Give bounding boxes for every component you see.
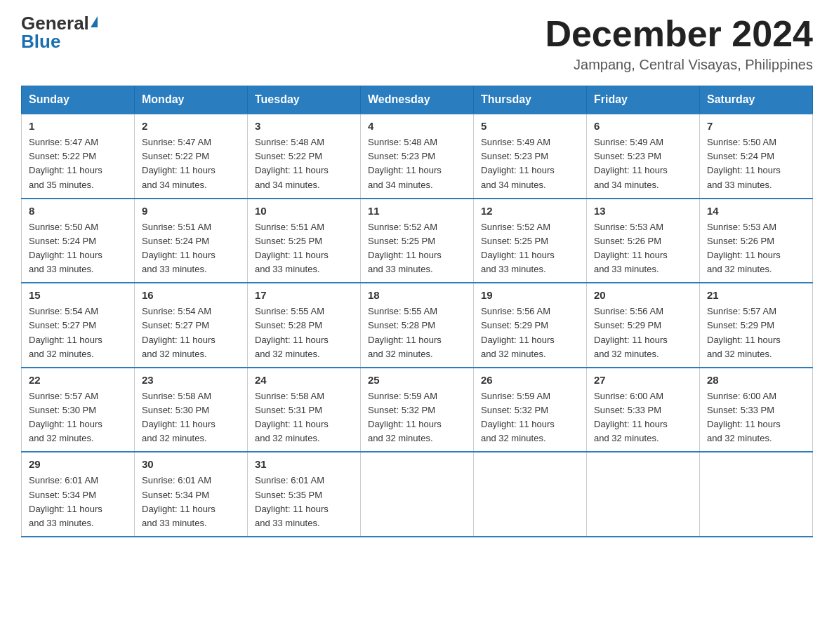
day-info: Sunrise: 5:59 AMSunset: 5:32 PMDaylight:… xyxy=(481,389,579,446)
day-info: Sunrise: 5:49 AMSunset: 5:23 PMDaylight:… xyxy=(481,135,579,192)
day-info: Sunrise: 6:01 AMSunset: 5:34 PMDaylight:… xyxy=(29,474,127,530)
day-info: Sunrise: 5:55 AMSunset: 5:28 PMDaylight:… xyxy=(368,304,466,361)
col-header-monday: Monday xyxy=(135,86,248,114)
col-header-friday: Friday xyxy=(587,86,700,114)
calendar-cell: 5 Sunrise: 5:49 AMSunset: 5:23 PMDayligh… xyxy=(474,114,587,199)
calendar-cell: 29 Sunrise: 6:01 AMSunset: 5:34 PMDaylig… xyxy=(22,452,135,537)
calendar-cell: 15 Sunrise: 5:54 AMSunset: 5:27 PMDaylig… xyxy=(22,283,135,368)
logo-blue-text: Blue xyxy=(21,32,60,51)
col-header-tuesday: Tuesday xyxy=(248,86,361,114)
day-number: 1 xyxy=(29,120,127,132)
calendar-cell: 6 Sunrise: 5:49 AMSunset: 5:23 PMDayligh… xyxy=(587,114,700,199)
day-number: 20 xyxy=(594,289,692,301)
day-number: 18 xyxy=(368,289,466,301)
day-info: Sunrise: 5:56 AMSunset: 5:29 PMDaylight:… xyxy=(594,304,692,361)
day-info: Sunrise: 5:52 AMSunset: 5:25 PMDaylight:… xyxy=(368,220,466,277)
calendar-cell: 17 Sunrise: 5:55 AMSunset: 5:28 PMDaylig… xyxy=(248,283,361,368)
day-number: 6 xyxy=(594,120,692,132)
day-number: 23 xyxy=(142,374,240,386)
week-row-4: 22 Sunrise: 5:57 AMSunset: 5:30 PMDaylig… xyxy=(22,368,813,452)
page-header: General Blue December 2024 Jampang, Cent… xyxy=(21,14,813,73)
day-number: 14 xyxy=(707,205,805,217)
day-info: Sunrise: 5:48 AMSunset: 5:22 PMDaylight:… xyxy=(255,135,353,192)
calendar-cell: 8 Sunrise: 5:50 AMSunset: 5:24 PMDayligh… xyxy=(22,199,135,283)
col-header-sunday: Sunday xyxy=(22,86,135,114)
calendar-cell: 28 Sunrise: 6:00 AMSunset: 5:33 PMDaylig… xyxy=(700,368,813,452)
day-info: Sunrise: 5:53 AMSunset: 5:26 PMDaylight:… xyxy=(707,220,805,277)
day-number: 24 xyxy=(255,374,353,386)
day-number: 9 xyxy=(142,205,240,217)
calendar-cell: 13 Sunrise: 5:53 AMSunset: 5:26 PMDaylig… xyxy=(587,199,700,283)
calendar-cell: 4 Sunrise: 5:48 AMSunset: 5:23 PMDayligh… xyxy=(361,114,474,199)
calendar-cell: 25 Sunrise: 5:59 AMSunset: 5:32 PMDaylig… xyxy=(361,368,474,452)
week-row-5: 29 Sunrise: 6:01 AMSunset: 5:34 PMDaylig… xyxy=(22,452,813,537)
calendar-cell xyxy=(361,452,474,537)
title-section: December 2024 Jampang, Central Visayas, … xyxy=(545,14,813,73)
calendar-cell: 3 Sunrise: 5:48 AMSunset: 5:22 PMDayligh… xyxy=(248,114,361,199)
col-header-saturday: Saturday xyxy=(700,86,813,114)
day-info: Sunrise: 5:58 AMSunset: 5:30 PMDaylight:… xyxy=(142,389,240,446)
day-number: 29 xyxy=(29,458,127,470)
day-number: 12 xyxy=(481,205,579,217)
week-row-2: 8 Sunrise: 5:50 AMSunset: 5:24 PMDayligh… xyxy=(22,199,813,283)
calendar-cell: 19 Sunrise: 5:56 AMSunset: 5:29 PMDaylig… xyxy=(474,283,587,368)
calendar-cell: 12 Sunrise: 5:52 AMSunset: 5:25 PMDaylig… xyxy=(474,199,587,283)
day-info: Sunrise: 5:49 AMSunset: 5:23 PMDaylight:… xyxy=(594,135,692,192)
calendar-cell: 2 Sunrise: 5:47 AMSunset: 5:22 PMDayligh… xyxy=(135,114,248,199)
col-header-thursday: Thursday xyxy=(474,86,587,114)
day-number: 19 xyxy=(481,289,579,301)
month-title: December 2024 xyxy=(545,14,813,54)
calendar-cell: 14 Sunrise: 5:53 AMSunset: 5:26 PMDaylig… xyxy=(700,199,813,283)
calendar-cell: 30 Sunrise: 6:01 AMSunset: 5:34 PMDaylig… xyxy=(135,452,248,537)
calendar-cell: 9 Sunrise: 5:51 AMSunset: 5:24 PMDayligh… xyxy=(135,199,248,283)
calendar-cell: 11 Sunrise: 5:52 AMSunset: 5:25 PMDaylig… xyxy=(361,199,474,283)
day-number: 11 xyxy=(368,205,466,217)
day-info: Sunrise: 6:00 AMSunset: 5:33 PMDaylight:… xyxy=(707,389,805,446)
day-info: Sunrise: 5:51 AMSunset: 5:25 PMDaylight:… xyxy=(255,220,353,277)
calendar-table: SundayMondayTuesdayWednesdayThursdayFrid… xyxy=(21,86,813,537)
day-info: Sunrise: 5:56 AMSunset: 5:29 PMDaylight:… xyxy=(481,304,579,361)
col-header-wednesday: Wednesday xyxy=(361,86,474,114)
calendar-cell: 21 Sunrise: 5:57 AMSunset: 5:29 PMDaylig… xyxy=(700,283,813,368)
day-number: 30 xyxy=(142,458,240,470)
calendar-cell: 26 Sunrise: 5:59 AMSunset: 5:32 PMDaylig… xyxy=(474,368,587,452)
calendar-cell xyxy=(700,452,813,537)
calendar-cell: 22 Sunrise: 5:57 AMSunset: 5:30 PMDaylig… xyxy=(22,368,135,452)
calendar-cell: 27 Sunrise: 6:00 AMSunset: 5:33 PMDaylig… xyxy=(587,368,700,452)
day-info: Sunrise: 6:01 AMSunset: 5:34 PMDaylight:… xyxy=(142,474,240,530)
calendar-cell: 18 Sunrise: 5:55 AMSunset: 5:28 PMDaylig… xyxy=(361,283,474,368)
day-info: Sunrise: 5:50 AMSunset: 5:24 PMDaylight:… xyxy=(707,135,805,192)
calendar-cell: 7 Sunrise: 5:50 AMSunset: 5:24 PMDayligh… xyxy=(700,114,813,199)
day-number: 16 xyxy=(142,289,240,301)
calendar-cell: 10 Sunrise: 5:51 AMSunset: 5:25 PMDaylig… xyxy=(248,199,361,283)
day-number: 4 xyxy=(368,120,466,132)
calendar-cell: 16 Sunrise: 5:54 AMSunset: 5:27 PMDaylig… xyxy=(135,283,248,368)
logo-general-text: General xyxy=(21,14,89,32)
day-info: Sunrise: 5:53 AMSunset: 5:26 PMDaylight:… xyxy=(594,220,692,277)
day-number: 13 xyxy=(594,205,692,217)
day-info: Sunrise: 6:00 AMSunset: 5:33 PMDaylight:… xyxy=(594,389,692,446)
day-number: 10 xyxy=(255,205,353,217)
day-number: 27 xyxy=(594,374,692,386)
day-number: 3 xyxy=(255,120,353,132)
calendar-cell xyxy=(587,452,700,537)
day-info: Sunrise: 5:57 AMSunset: 5:29 PMDaylight:… xyxy=(707,304,805,361)
day-info: Sunrise: 5:48 AMSunset: 5:23 PMDaylight:… xyxy=(368,135,466,192)
day-number: 26 xyxy=(481,374,579,386)
day-number: 7 xyxy=(707,120,805,132)
logo-triangle-icon xyxy=(91,16,98,27)
day-number: 5 xyxy=(481,120,579,132)
day-info: Sunrise: 5:47 AMSunset: 5:22 PMDaylight:… xyxy=(29,135,127,192)
day-number: 25 xyxy=(368,374,466,386)
day-number: 28 xyxy=(707,374,805,386)
day-number: 15 xyxy=(29,289,127,301)
day-number: 22 xyxy=(29,374,127,386)
calendar-cell xyxy=(474,452,587,537)
day-info: Sunrise: 5:54 AMSunset: 5:27 PMDaylight:… xyxy=(29,304,127,361)
day-info: Sunrise: 5:50 AMSunset: 5:24 PMDaylight:… xyxy=(29,220,127,277)
day-info: Sunrise: 5:51 AMSunset: 5:24 PMDaylight:… xyxy=(142,220,240,277)
day-number: 21 xyxy=(707,289,805,301)
day-info: Sunrise: 5:59 AMSunset: 5:32 PMDaylight:… xyxy=(368,389,466,446)
header-row: SundayMondayTuesdayWednesdayThursdayFrid… xyxy=(22,86,813,114)
calendar-cell: 24 Sunrise: 5:58 AMSunset: 5:31 PMDaylig… xyxy=(248,368,361,452)
